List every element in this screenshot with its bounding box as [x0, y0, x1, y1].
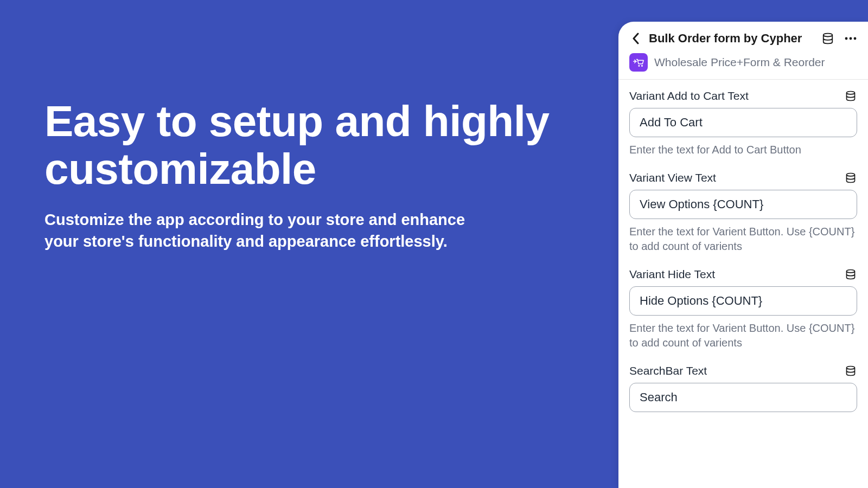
field-data-source-button[interactable]	[844, 89, 857, 102]
panel-body: Variant Add to Cart Text Enter the text …	[618, 80, 868, 488]
more-button[interactable]	[844, 32, 857, 45]
chevron-left-icon	[632, 33, 640, 44]
database-icon	[845, 172, 856, 183]
field-help: Enter the text for Varient Button. Use {…	[629, 224, 857, 254]
variant-add-to-cart-input[interactable]	[629, 108, 857, 137]
searchbar-text-input[interactable]	[629, 383, 857, 412]
database-icon	[845, 269, 856, 280]
field-label: SearchBar Text	[629, 364, 707, 377]
field-label: Variant Hide Text	[629, 268, 715, 281]
svg-point-3	[854, 37, 857, 40]
field-data-source-button[interactable]	[844, 364, 857, 377]
panel-header: Bulk Order form by Cypher Wholesale Pric…	[618, 22, 868, 80]
svg-point-5	[641, 65, 643, 67]
database-icon	[845, 91, 856, 101]
svg-point-6	[847, 92, 855, 94]
hero-section: Easy to setup and highly customizable Cu…	[0, 0, 618, 488]
settings-panel: Bulk Order form by Cypher Wholesale Pric…	[618, 22, 868, 488]
cart-icon	[633, 56, 644, 68]
svg-point-2	[850, 37, 852, 40]
data-source-button[interactable]	[821, 32, 834, 45]
hero-subhead: Customize the app according to your stor…	[44, 209, 495, 252]
database-icon	[845, 365, 856, 376]
app-icon	[629, 53, 648, 72]
svg-point-8	[847, 270, 855, 273]
field-data-source-button[interactable]	[844, 268, 857, 281]
panel-title: Bulk Order form by Cypher	[649, 31, 815, 46]
app-name: Wholesale Price+Form & Reorder	[654, 56, 825, 69]
svg-point-1	[845, 37, 848, 40]
svg-point-4	[638, 65, 640, 67]
field-help: Enter the text for Varient Button. Use {…	[629, 321, 857, 350]
hero-headline: Easy to setup and highly customizable	[44, 98, 597, 193]
variant-hide-text-input[interactable]	[629, 286, 857, 316]
field-variant-add-to-cart: Variant Add to Cart Text Enter the text …	[629, 89, 857, 157]
field-help: Enter the text for Add to Cart Button	[629, 143, 857, 157]
back-button[interactable]	[629, 32, 642, 45]
svg-point-9	[847, 367, 855, 369]
field-label: Variant Add to Cart Text	[629, 89, 749, 102]
svg-point-0	[824, 34, 833, 37]
field-variant-view-text: Variant View Text Enter the text for Var…	[629, 171, 857, 254]
field-searchbar-text: SearchBar Text	[629, 364, 857, 412]
database-icon	[822, 33, 834, 44]
dots-horizontal-icon	[845, 37, 857, 40]
field-label: Variant View Text	[629, 171, 716, 184]
field-data-source-button[interactable]	[844, 171, 857, 184]
field-variant-hide-text: Variant Hide Text Enter the text for Var…	[629, 268, 857, 350]
svg-point-7	[847, 174, 855, 176]
variant-view-text-input[interactable]	[629, 190, 857, 219]
